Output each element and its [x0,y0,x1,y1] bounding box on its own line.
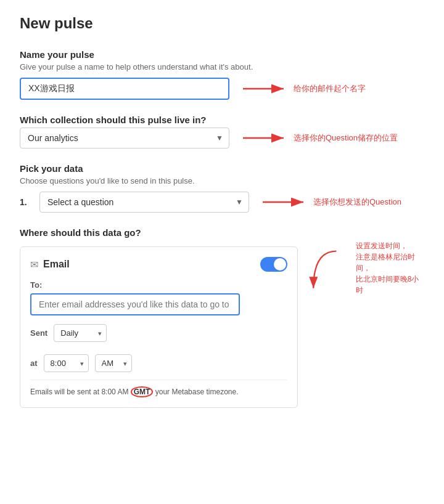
footer-text-after: your Metabase timezone. [153,388,238,396]
email-label: Email [43,259,70,270]
name-annotation: 给你的邮件起个名字 [242,81,366,96]
email-card: ✉ Email To: Sent Daily Weekly Monthly [20,246,298,408]
footer-text: Emails will be sent at 8:00 AM GMT your … [30,380,287,397]
destination-section: Where should this data go? ✉ Email To: S… [20,227,424,408]
name-section-title: Name your pulse [20,49,424,60]
name-section-desc: Give your pulse a name to help others un… [20,62,424,71]
time-select-wrapper: 8:00 9:00 10:00 ▾ [44,354,89,372]
email-icon: ✉ [30,259,38,270]
collection-section: Which collection should this pulse live … [20,115,424,148]
question-select[interactable]: Select a question [39,192,249,213]
collection-select-row: Our analytics Personal Collection Other … [20,128,424,148]
name-annotation-text: 给你的邮件起个名字 [294,83,366,94]
collection-annotation-text: 选择你的Question储存的位置 [294,132,398,144]
ampm-select[interactable]: AM PM [95,354,132,372]
to-label: To: [30,280,287,290]
sent-label: Sent [30,328,47,338]
gmt-highlight: GMT [131,386,154,397]
sent-annotation-text: 设置发送时间， 注意是格林尼治时间， 比北京时间要晚8小时 [356,240,424,296]
collection-select[interactable]: Our analytics Personal Collection Other [20,128,229,148]
question-select-row: 1. Select a question ▼ 选择你想发送的Question [20,192,424,213]
data-section: Pick your data Choose questions you'd li… [20,163,424,213]
email-toggle[interactable] [260,257,287,272]
name-input-row: 给你的邮件起个名字 [20,78,424,100]
question-number: 1. [20,197,32,207]
email-label-group: ✉ Email [30,259,70,270]
ampm-select-wrapper: AM PM ▾ [95,354,132,372]
data-section-title: Pick your data [20,163,424,174]
sent-annotation-arrow [308,246,342,296]
time-select[interactable]: 8:00 9:00 10:00 [44,354,89,372]
sent-row: Sent Daily Weekly Monthly ▾ [30,324,107,342]
data-section-desc: Choose questions you'd like to send in t… [20,176,424,185]
collection-section-title: Which collection should this pulse live … [20,115,424,125]
page-title: New pulse [20,15,424,32]
at-label: at [30,359,38,368]
at-row: at 8:00 9:00 10:00 ▾ AM PM ▾ [30,354,287,372]
email-card-header: ✉ Email [30,257,287,272]
question-annotation: 选择你想发送的Question [261,195,401,209]
collection-select-wrapper: Our analytics Personal Collection Other … [20,128,229,148]
question-annotation-text: 选择你想发送的Question [313,197,401,208]
frequency-select-wrapper: Daily Weekly Monthly ▾ [54,324,107,342]
frequency-select[interactable]: Daily Weekly Monthly [54,324,107,342]
email-to-input[interactable] [30,293,240,315]
footer-text-before: Emails will be sent at 8:00 AM [30,388,131,396]
name-section: Name your pulse Give your pulse a name t… [20,49,424,100]
collection-annotation: 选择你的Question储存的位置 [242,131,398,145]
pulse-name-input[interactable] [20,78,229,100]
destination-section-title: Where should this data go? [20,227,424,238]
question-select-wrapper: Select a question ▼ [39,192,249,213]
